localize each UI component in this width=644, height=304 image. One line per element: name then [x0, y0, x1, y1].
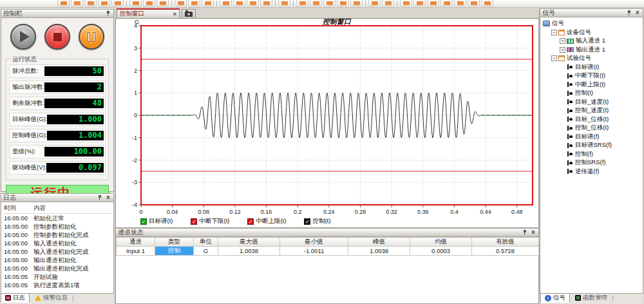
transport-controls — [1, 18, 113, 53]
window-tile-icon[interactable] — [368, 0, 381, 6]
legend-checkbox[interactable]: ✓ — [304, 218, 310, 225]
tree-item-设备信号[interactable]: −设备信号 — [542, 28, 641, 37]
log-entry-time: 16:05:00 — [4, 231, 33, 239]
tree-item-目标谱(t)[interactable]: 目标谱(t) — [542, 63, 641, 72]
window-grid-icon[interactable] — [382, 0, 394, 6]
output-icon — [567, 47, 574, 52]
log-entry-time: 16:05:00 — [4, 214, 33, 222]
tree-item-中断上限(t)[interactable]: 中断上限(t) — [542, 81, 641, 90]
signal-l3-icon[interactable] — [247, 0, 259, 6]
save-icon[interactable] — [84, 0, 97, 6]
log-panel: 日志 × 时间 内容 16:05:00初始化正常16:05:00控制参数初始化1… — [1, 193, 114, 294]
signal-l2-icon[interactable] — [233, 0, 245, 6]
stop-button[interactable] — [44, 24, 70, 50]
tree-item-控制(t)[interactable]: 控制(t) — [542, 89, 641, 98]
svg-text:2: 2 — [134, 68, 137, 74]
svg-text:G: G — [135, 19, 139, 25]
tab-log[interactable]: 日志 — [1, 293, 30, 303]
pin-icon[interactable] — [97, 195, 103, 201]
zoom-out-icon[interactable] — [454, 0, 466, 6]
close-icon[interactable]: × — [530, 229, 536, 236]
log-entry-time: 16:05:05 — [4, 272, 33, 281]
pin-icon[interactable] — [627, 10, 632, 16]
vertical-splitter[interactable] — [115, 8, 115, 304]
tree-item-中断下限(t)[interactable]: 中断下限(t) — [542, 71, 641, 81]
meter-view-icon[interactable] — [188, 0, 200, 6]
import-icon[interactable] — [111, 0, 124, 6]
wave-icon — [567, 151, 573, 157]
tree-item-逆传递(f)[interactable]: 逆传递(f) — [542, 167, 641, 176]
tree-item-目标_位移(t)[interactable]: 目标_位移(t) — [542, 115, 641, 124]
signal-l1-icon[interactable] — [220, 0, 232, 6]
tree-expander-icon[interactable]: − — [551, 55, 557, 61]
legend-checkbox[interactable]: ✓ — [140, 218, 147, 225]
pause-button[interactable] — [79, 24, 104, 50]
tree-item-输入通道 1[interactable]: +输入通道 1 — [542, 37, 641, 46]
tree-item-目标谱SRS(f)[interactable]: 目标谱SRS(f) — [542, 141, 641, 150]
chart-title: 控制窗口 — [322, 19, 352, 25]
print-icon[interactable] — [129, 0, 142, 6]
zoom-in-icon[interactable] — [440, 0, 453, 6]
stop-icon — [53, 33, 62, 41]
legend-checkbox[interactable]: ✓ — [191, 218, 197, 225]
document-tabbar: 控制窗口 × — [115, 8, 539, 19]
tree-item-控制_位移(t)[interactable]: 控制_位移(t) — [542, 124, 641, 133]
save-as-icon[interactable] — [98, 0, 110, 6]
legend-checkbox[interactable]: ✓ — [247, 218, 254, 225]
tree-item-label: 控制_速度(t) — [575, 106, 609, 115]
table-view-1-icon[interactable] — [296, 0, 308, 6]
tab-signal[interactable]: i 信号 — [540, 293, 570, 303]
tree-item-信号[interactable]: 信号 — [542, 19, 641, 28]
tree-expander-icon[interactable]: + — [560, 38, 565, 44]
log-entry: 16:05:00初始化正常 — [4, 214, 111, 222]
tree-item-目标谱(f)[interactable]: 目标谱(f) — [542, 133, 641, 142]
log-col-content: 内容 — [33, 204, 111, 213]
tree-expander-icon[interactable]: + — [560, 47, 565, 53]
chart-canvas[interactable]: 43210-1-2-3-400.040.080.120.160.20.240.2… — [116, 19, 538, 216]
close-icon[interactable]: × — [634, 10, 641, 16]
table-view-3-icon[interactable] — [323, 0, 336, 6]
log-entry-time: 16:05:05 — [4, 281, 33, 289]
snapshot-tab[interactable] — [182, 9, 196, 18]
pin-icon[interactable] — [106, 10, 111, 17]
wave-file-icon[interactable] — [278, 0, 290, 6]
refresh-icon[interactable] — [468, 0, 480, 6]
favorite-icon[interactable] — [175, 0, 187, 6]
channel-table-header: 均值 — [410, 238, 472, 247]
settings-icon[interactable] — [156, 0, 169, 6]
tree-item-控制SRS(f)[interactable]: 控制SRS(f) — [542, 158, 641, 167]
print-preview-icon[interactable] — [143, 0, 155, 6]
log-entry-content: 输入通道初始化 — [33, 239, 111, 247]
channel-table-cell: 0.5728 — [472, 247, 539, 256]
layout-vertical-icon[interactable] — [413, 0, 426, 6]
tab-alarm-info[interactable]: 报警信息 — [30, 293, 72, 303]
tree-item-输出通道 1[interactable]: +输出通道 1 — [542, 46, 641, 55]
clock-view-icon[interactable] — [202, 0, 214, 6]
chart-view-1-icon[interactable] — [337, 0, 349, 6]
tree-item-控制_速度(t)[interactable]: 控制_速度(t) — [542, 106, 641, 115]
tab-separator — [73, 295, 73, 301]
channel-table-row[interactable]: Input 1控制G1.0038-1.00111.00380.00030.572… — [117, 247, 539, 256]
tree-item-控制(f)[interactable]: 控制(f) — [542, 150, 641, 159]
channel-table-cell: G — [194, 247, 218, 256]
connect-icon[interactable] — [260, 0, 272, 6]
layout-horizontal-icon[interactable] — [400, 0, 412, 6]
vertical-splitter[interactable] — [539, 8, 540, 304]
tree-expander-icon[interactable]: − — [551, 30, 557, 35]
tab-control-window[interactable]: 控制窗口 × — [117, 8, 180, 18]
close-icon[interactable]: × — [173, 11, 176, 17]
open-icon[interactable] — [71, 0, 83, 6]
pin-icon[interactable] — [522, 229, 528, 236]
close-view-icon[interactable] — [481, 0, 493, 6]
status-field: 控制峰值(G):1.004 — [9, 129, 106, 142]
table-view-2-icon[interactable] — [310, 0, 322, 6]
layout-float-icon[interactable] — [427, 0, 439, 6]
tree-item-试验信号[interactable]: −试验信号 — [542, 54, 641, 63]
close-icon[interactable]: × — [105, 195, 111, 201]
chart-view-2-icon[interactable] — [350, 0, 363, 6]
svg-text:0.4: 0.4 — [450, 209, 459, 215]
play-button[interactable] — [10, 24, 36, 50]
new-icon[interactable] — [57, 0, 70, 6]
tree-item-目标_速度(t)[interactable]: 目标_速度(t) — [542, 98, 641, 107]
tab-function-manager[interactable]: 函数管理 — [571, 293, 612, 303]
